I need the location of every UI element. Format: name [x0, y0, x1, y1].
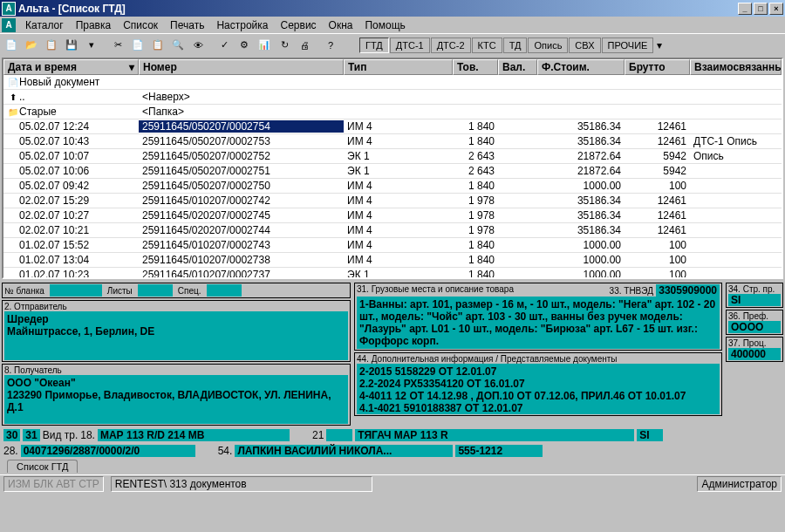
toolbar: 📄 📂 📋 💾 ▾ ✂ 📄 📋 🔍 👁 ✓ ⚙ 📊 ↻ 🖨 ? ГТД ДТС-… [0, 33, 785, 56]
row-icon: 📄 [7, 78, 19, 87]
col-linked[interactable]: Взаимосвязанные [690, 59, 782, 75]
col-gross[interactable]: Брутто [625, 59, 690, 75]
menu-catalog[interactable]: Каталог [19, 17, 70, 33]
cargo-label: 31. Грузовые места и описание товара [357, 284, 514, 297]
menu-print[interactable]: Печать [164, 17, 210, 33]
field-28-value[interactable]: 04071296/2887/0000/2/0 [21, 445, 195, 457]
menu-list[interactable]: Список [117, 17, 164, 33]
tab-kts[interactable]: КТС [472, 38, 502, 53]
row-icon: 📁 [7, 107, 19, 117]
tnved-value[interactable]: 3305909000 [656, 284, 720, 297]
tab-opis[interactable]: Опись [528, 38, 568, 53]
receiver-value[interactable]: ООО "Океан" 123290 Приморье, Владивосток… [4, 375, 348, 424]
col-number[interactable]: Номер [139, 59, 344, 75]
col-currency[interactable]: Вал. [498, 59, 537, 75]
status-info: RENTEST\ 313 документов [111, 476, 372, 492]
cargo-value[interactable]: 1-Ванны: арт. 101, размер - 16 м, - 10 ш… [357, 297, 720, 349]
col-goods[interactable]: Тов. [453, 59, 498, 75]
transport-row: 30 31 Вид тр. 18. МАР 113 R/D 214 МВ 21 … [0, 427, 785, 443]
table-row[interactable]: 05.02.07 10:0725911645/050207/0002752ЭК … [3, 149, 782, 164]
sender-value[interactable]: Шредер Майнштрассе, 1, Берлин, DE [4, 311, 348, 360]
table-row[interactable]: 01.02.07 15:5225911645/010207/0002743ИМ … [3, 238, 782, 253]
tab-svh[interactable]: СВХ [569, 38, 600, 53]
table-row[interactable]: 05.02.07 10:4325911645/050207/0002753ИМ … [3, 134, 782, 149]
table-row[interactable]: 05.02.07 10:0625911645/050207/0002751ЭК … [3, 164, 782, 179]
tool1-icon[interactable]: ⚙ [235, 36, 254, 55]
sheets-value[interactable] [138, 284, 173, 297]
col-date[interactable]: Дата и время▾ [3, 59, 139, 75]
sheets-label: Листы [107, 286, 133, 296]
binoculars-icon[interactable]: 👁 [188, 36, 208, 55]
menu-edit[interactable]: Правка [70, 17, 118, 33]
menu-windows[interactable]: Окна [323, 17, 359, 33]
field-21-label: 21 [312, 429, 324, 441]
field-54-phone[interactable]: 555-1212 [455, 445, 543, 457]
vid-label: Вид тр. [43, 429, 78, 441]
table-row[interactable]: 05.02.07 09:4225911645/050207/0002750ИМ … [3, 179, 782, 194]
field-18-value[interactable]: МАР 113 R/D 214 МВ [98, 429, 290, 441]
spec-label: Спец. [178, 286, 201, 296]
table-row[interactable]: 📁Старые<Папка> [3, 105, 782, 119]
paste-icon[interactable]: 📋 [148, 36, 167, 55]
table-row[interactable]: 02.02.07 10:2125911645/020207/0002744ИМ … [3, 223, 782, 238]
menu-help[interactable]: Помощь [358, 17, 411, 33]
table-row[interactable]: 02.02.07 10:2725911645/020207/0002745ИМ … [3, 208, 782, 223]
table-row[interactable]: 01.02.07 10:2325911645/010207/0002737ЭК … [3, 268, 782, 277]
field-21-value[interactable]: ТЯГАЧ МАР 113 R [355, 429, 634, 441]
table-body[interactable]: 📄Новый документ⬆..<Наверх>📁Старые<Папка>… [3, 75, 782, 277]
tab-other[interactable]: ПРОЧИЕ [602, 38, 654, 53]
col-cost[interactable]: Ф.Стоим. [537, 59, 625, 75]
check-icon[interactable]: ✓ [215, 36, 234, 55]
spec-value[interactable] [207, 284, 242, 297]
open-icon[interactable]: 📂 [22, 36, 41, 55]
dropdown-arrow-icon[interactable]: ▾ [654, 39, 665, 51]
document-tabs: Список ГТД [0, 459, 785, 474]
country-label: 34. Стр. пр. [728, 284, 781, 294]
tab-td[interactable]: ТД [503, 38, 528, 53]
table-row[interactable]: 02.02.07 15:2925911645/010207/0002742ИМ … [3, 194, 782, 208]
dropdown-icon[interactable]: ▾ [82, 36, 101, 55]
field-30[interactable]: 30 [3, 429, 20, 441]
pref-label: 36. Преф. [728, 311, 781, 321]
col-type[interactable]: Тип [344, 59, 453, 75]
doc-tab-list[interactable]: Список ГТД [7, 460, 78, 473]
pref-value[interactable]: ОООО [728, 321, 781, 333]
close-button[interactable]: × [769, 3, 783, 15]
menu-settings[interactable]: Настройка [210, 17, 274, 33]
table-row[interactable]: 📄Новый документ [3, 75, 782, 90]
tool2-icon[interactable]: 📊 [255, 36, 274, 55]
table-row[interactable]: 01.02.07 13:0425911645/010207/0002738ИМ … [3, 253, 782, 268]
menu-service[interactable]: Сервис [275, 17, 323, 33]
titlebar: А Альта - [Список ГТД] _ □ × [0, 0, 785, 17]
print-icon[interactable]: 🖨 [295, 36, 314, 55]
field-si[interactable]: SI [637, 429, 663, 441]
maximize-button[interactable]: □ [754, 3, 768, 15]
tab-dts2[interactable]: ДТС-2 [431, 38, 471, 53]
help-icon[interactable]: ? [321, 36, 340, 55]
blank-label: № бланка [4, 286, 44, 296]
field-54-value[interactable]: ЛАПКИН ВАСИЛИЙ НИКОЛА... [235, 445, 453, 457]
field-31[interactable]: 31 [23, 429, 39, 441]
cut-icon[interactable]: ✂ [108, 36, 127, 55]
declarations-table: Дата и время▾ Номер Тип Тов. Вал. Ф.Стои… [2, 58, 783, 279]
field-21-pre[interactable] [326, 429, 352, 441]
field-54-label: 54. [218, 445, 233, 457]
find-icon[interactable]: 🔍 [168, 36, 188, 55]
copy2-icon[interactable]: 📄 [128, 36, 147, 55]
status-flags: ИЗМ БЛК АВТ СТР [3, 476, 104, 492]
blank-value[interactable] [50, 284, 102, 297]
proc-value[interactable]: 400000 [728, 348, 781, 360]
country-value[interactable]: SI [728, 294, 781, 306]
copy-icon[interactable]: 📋 [42, 36, 61, 55]
tnved-label: 33. ТНВЭД [610, 286, 653, 296]
table-row[interactable]: ⬆..<Наверх> [3, 90, 782, 105]
new-doc-icon[interactable]: 📄 [2, 36, 21, 55]
tab-gtd[interactable]: ГТД [359, 38, 389, 53]
tab-dts1[interactable]: ДТС-1 [390, 38, 430, 53]
bank-row: 28. 04071296/2887/0000/2/0 54. ЛАПКИН ВА… [0, 443, 785, 459]
table-row[interactable]: 05.02.07 12:2425911645/050207/0002754ИМ … [3, 119, 782, 134]
save-icon[interactable]: 💾 [62, 36, 81, 55]
minimize-button[interactable]: _ [738, 3, 752, 15]
docs-value[interactable]: 2-2015 5158229 ОТ 12.01.07 2.2-2024 РХ53… [357, 364, 720, 414]
refresh-icon[interactable]: ↻ [275, 36, 294, 55]
